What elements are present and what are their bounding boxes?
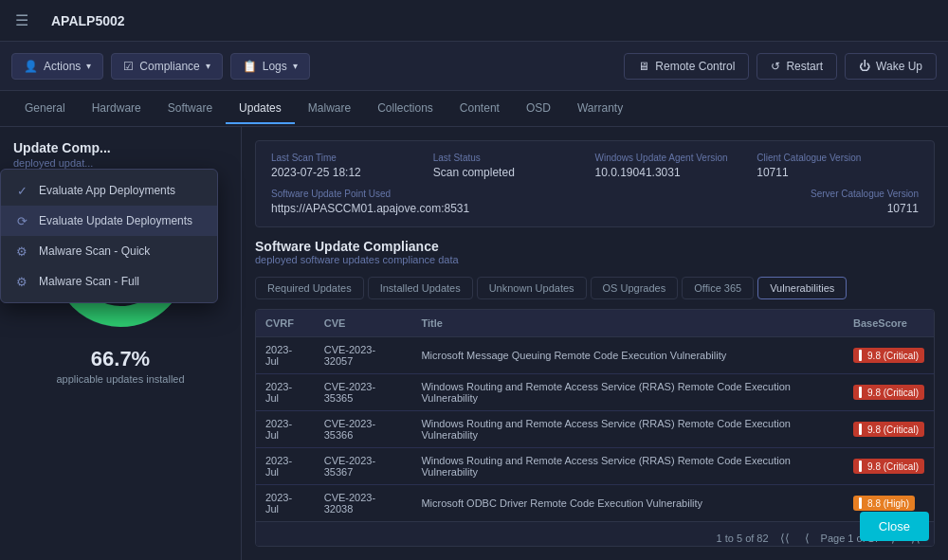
table-row: 2023-Jul CVE-2023-32057 Microsoft Messag… [256,337,934,374]
cell-title: Microsoft Message Queuing Remote Code Ex… [411,337,844,374]
table-row: 2023-Jul CVE-2023-32038 Microsoft ODBC D… [256,485,934,522]
close-button[interactable]: Close [860,512,929,541]
last-scan-cell: Last Scan Time 2023-07-25 18:12 [271,153,433,179]
cell-cve: CVE-2023-32057 [315,337,412,374]
wake-up-button[interactable]: ⏻ Wake Up [845,53,937,80]
logs-label: Logs [263,60,287,73]
agent-version-label: Windows Update Agent Version [595,153,757,163]
page-first-button[interactable]: ⟨⟨ [776,530,793,547]
remote-label: Remote Control [655,60,735,73]
hamburger-icon[interactable]: ☰ [15,11,28,29]
tab-updates[interactable]: Updates [226,94,295,124]
last-scan-label: Last Scan Time [271,153,433,163]
cell-title: Microsoft ODBC Driver Remote Code Execut… [411,485,844,522]
compliance-button[interactable]: ☑ Compliance ▾ [111,53,222,80]
user-icon: 👤 [24,60,38,73]
cell-cve: CVE-2023-35366 [315,411,412,448]
tab-content[interactable]: Content [447,94,513,124]
agent-version-value: 10.0.19041.3031 [595,166,757,179]
tab-malware[interactable]: Malware [295,94,364,124]
server-cat-cell: Server Catalogue Version 10711 [595,189,920,215]
last-status-cell: Last Status Scan completed [433,153,595,179]
sub-tab-vulnerabilities[interactable]: Vulnerabilities [757,277,847,299]
pagination: 1 to 5 of 82 ⟨⟨ ⟨ Page 1 of 17 ⟩ ⟩⟨ [256,521,934,547]
agent-version-cell: Windows Update Agent Version 10.0.19041.… [595,153,757,179]
page-prev-button[interactable]: ⟨ [801,530,813,547]
wake-up-label: Wake Up [876,60,922,73]
sub-tab-required[interactable]: Required Updates [255,277,364,299]
client-cat-cell: Client Catalogue Version 10711 [757,153,919,179]
compliance-label: Compliance [139,60,199,73]
gear-icon2: ⚙ [14,274,29,289]
sub-tab-office[interactable]: Office 365 [682,277,754,299]
dropdown-item-malware-quick[interactable]: ⚙ Malware Scan - Quick [1,236,217,266]
scan-info-row1: Last Scan Time 2023-07-25 18:12 Last Sta… [271,153,919,179]
col-basescore: BaseScore [844,310,934,337]
restart-icon: ↺ [771,60,780,73]
cell-title: Windows Routing and Remote Access Servic… [411,374,844,411]
refresh-icon: ⟳ [14,213,29,228]
restart-button[interactable]: ↺ Restart [757,53,837,80]
dropdown-item-label3: Malware Scan - Quick [39,244,150,258]
last-scan-value: 2023-07-25 18:12 [271,166,433,179]
update-compliance-subtitle: deployed updat... [13,157,228,169]
restart-label: Restart [786,60,823,73]
dropdown-item-evaluate-update[interactable]: ⟳ Evaluate Update Deployments [1,206,217,236]
cell-title: Windows Routing and Remote Access Servic… [411,411,844,448]
power-icon: ⏻ [859,60,870,73]
last-status-value: Scan completed [433,166,595,179]
percentage-label: applicable updates installed [13,373,228,385]
cell-cvrf: 2023-Jul [256,411,315,448]
cell-cve: CVE-2023-35367 [315,448,412,485]
server-cat-value: 10711 [595,202,920,215]
tab-osd[interactable]: OSD [513,94,564,124]
compliance-section: Software Update Compliance deployed soft… [255,239,935,547]
cell-title: Windows Routing and Remote Access Servic… [411,448,844,485]
tab-hardware[interactable]: Hardware [79,94,155,124]
sup-value: https://APASCCM01.apajove.com:8531 [271,202,595,215]
scan-info-row2: Software Update Point Used https://APASC… [271,189,919,215]
chevron-down-icon3: ▾ [293,61,298,71]
col-title: Title [411,310,844,337]
tab-collections[interactable]: Collections [364,94,447,124]
check-icon: ✓ [14,183,29,198]
col-cvrf: CVRF [256,310,315,337]
actions-button[interactable]: 👤 Actions ▾ [11,53,103,80]
cell-basescore: 9.8 (Critical) [844,374,934,411]
scan-info-block: Last Scan Time 2023-07-25 18:12 Last Sta… [255,140,935,227]
tab-software[interactable]: Software [155,94,226,124]
tab-warranty[interactable]: Warranty [564,94,636,124]
right-panel: Last Scan Time 2023-07-25 18:12 Last Sta… [242,127,948,560]
sub-tab-installed[interactable]: Installed Updates [368,277,473,299]
cell-basescore: 9.8 (Critical) [844,411,934,448]
col-cve: CVE [315,310,412,337]
sub-tab-os[interactable]: OS Upgrades [591,277,679,299]
sub-tab-unknown[interactable]: Unknown Updates [477,277,587,299]
actions-dropdown: ✓ Evaluate App Deployments ⟳ Evaluate Up… [0,169,218,303]
gear-icon: ⚙ [14,244,29,259]
actionbar: 👤 Actions ▾ ☑ Compliance ▾ 📋 Logs ▾ 🖥 Re… [0,42,948,91]
last-status-label: Last Status [433,153,595,163]
cell-basescore: 9.8 (Critical) [844,337,934,374]
cell-cvrf: 2023-Jul [256,448,315,485]
cell-cve: CVE-2023-35365 [315,374,412,411]
logs-button[interactable]: 📋 Logs ▾ [230,53,310,80]
logs-icon: 📋 [243,60,257,73]
tabs-bar: General Hardware Software Updates Malwar… [0,91,948,127]
tab-general[interactable]: General [11,94,79,124]
update-compliance-title: Update Comp... [13,140,228,155]
sup-label: Software Update Point Used [271,189,595,199]
server-cat-label: Server Catalogue Version [595,189,920,199]
remote-control-button[interactable]: 🖥 Remote Control [624,53,749,80]
dropdown-item-label4: Malware Scan - Full [39,275,139,288]
table-row: 2023-Jul CVE-2023-35366 Windows Routing … [256,411,934,448]
percentage-row: 66.7% applicable updates installed [13,347,228,385]
dropdown-item-malware-full[interactable]: ⚙ Malware Scan - Full [1,266,217,297]
client-cat-label: Client Catalogue Version [757,153,919,163]
dropdown-item-evaluate-app[interactable]: ✓ Evaluate App Deployments [1,175,217,206]
compliance-icon: ☑ [123,60,134,73]
table-row: 2023-Jul CVE-2023-35365 Windows Routing … [256,374,934,411]
percentage-value: 66.7% [13,347,228,371]
actions-label: Actions [44,60,81,73]
main-content: ✓ Evaluate App Deployments ⟳ Evaluate Up… [0,127,948,560]
